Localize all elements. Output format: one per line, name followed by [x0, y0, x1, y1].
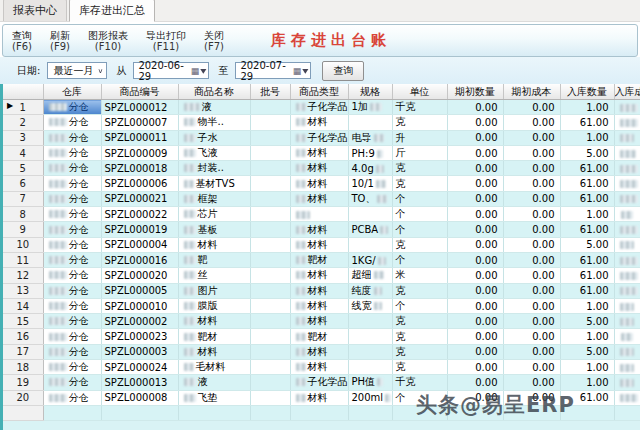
cell-unit[interactable]: 克 [392, 314, 447, 329]
column-header-unit[interactable]: 单位 [392, 84, 447, 100]
cell-rownum[interactable]: 8 [3, 207, 43, 222]
cell-code[interactable]: SPZL000012 [101, 100, 178, 115]
cell-bc[interactable]: 0.00 [503, 375, 560, 390]
cell-bq[interactable]: 0.00 [447, 130, 503, 145]
cell-ic[interactable] [614, 252, 640, 267]
cell-batch[interactable] [250, 268, 290, 283]
cell-batch[interactable] [250, 145, 290, 160]
cell-bq[interactable]: 0.00 [447, 298, 503, 313]
cell-type[interactable]: 材料 [290, 390, 348, 405]
cell-wh[interactable]: 分仓 [43, 130, 101, 145]
close-button[interactable]: 关闭(F7) [195, 30, 233, 52]
cell-code[interactable]: SPZL000018 [101, 161, 178, 176]
cell-unit[interactable]: 个 [392, 191, 447, 206]
cell-iq[interactable]: 1.00 [560, 100, 614, 115]
cell-batch[interactable] [250, 375, 290, 390]
cell-iq[interactable]: 61.00 [560, 268, 614, 283]
cell-name[interactable]: 封装.. [178, 161, 250, 176]
cell-name[interactable]: 基材TVS [178, 176, 250, 191]
cell-code[interactable]: SPZL000004 [101, 237, 178, 252]
cell-iq[interactable]: 61.00 [560, 176, 614, 191]
cell-type[interactable]: 材料 [290, 360, 348, 375]
cell-bc[interactable]: 0.00 [503, 145, 560, 160]
cell-iq[interactable]: 5.00 [560, 237, 614, 252]
cell-empty[interactable] [290, 405, 348, 420]
cell-wh[interactable]: 分仓 [43, 390, 101, 405]
cell-name[interactable]: 芯片 [178, 207, 250, 222]
cell-ic[interactable] [614, 130, 640, 145]
cell-type[interactable]: 材料 [290, 314, 348, 329]
cell-rownum[interactable]: 20 [3, 390, 43, 405]
cell-type[interactable]: 子化学品 [290, 100, 348, 115]
cell-rownum[interactable]: 2 [3, 115, 43, 130]
cell-type[interactable]: 材料 [290, 298, 348, 313]
column-header-iq[interactable]: 入库数量 [560, 84, 614, 100]
cell-empty[interactable] [43, 405, 101, 420]
cell-wh[interactable]: 分仓 [43, 100, 101, 115]
cell-bq[interactable]: 0.00 [447, 161, 503, 176]
cell-type[interactable]: 材料 [290, 161, 348, 176]
cell-empty[interactable] [3, 405, 43, 420]
cell-code[interactable]: SPZL000008 [101, 390, 178, 405]
cell-unit[interactable]: 克 [392, 237, 447, 252]
cell-iq[interactable]: 5.00 [560, 145, 614, 160]
cell-code[interactable]: SPZL000022 [101, 207, 178, 222]
cell-type[interactable]: 靶材 [290, 329, 348, 344]
cell-type[interactable] [290, 207, 348, 222]
cell-type[interactable]: 材料 [290, 268, 348, 283]
cell-ic[interactable] [614, 314, 640, 329]
cell-batch[interactable] [250, 222, 290, 237]
cell-unit[interactable]: 克 [392, 283, 447, 298]
cell-code[interactable]: SPZL000019 [101, 222, 178, 237]
column-header-spec[interactable]: 规格 [348, 84, 392, 100]
cell-iq[interactable]: 5.00 [560, 314, 614, 329]
cell-rownum[interactable]: 9 [3, 222, 43, 237]
cell-bc[interactable]: 0.00 [503, 161, 560, 176]
cell-type[interactable]: 材料 [290, 115, 348, 130]
cell-ic[interactable] [614, 222, 640, 237]
cell-iq[interactable]: 1.00 [560, 130, 614, 145]
cell-bc[interactable]: 0.00 [503, 268, 560, 283]
cell-wh[interactable]: 分仓 [43, 344, 101, 359]
cell-bq[interactable]: 0.00 [447, 360, 503, 375]
cell-bq[interactable]: 0.00 [447, 145, 503, 160]
chevron-down-icon[interactable]: ▼ [302, 67, 308, 74]
cell-rownum[interactable]: 10 [3, 237, 43, 252]
cell-bc[interactable]: 0.00 [503, 314, 560, 329]
cell-iq[interactable]: 1.00 [560, 207, 614, 222]
cell-batch[interactable] [250, 283, 290, 298]
cell-spec[interactable]: 1KG/ [348, 252, 392, 267]
cell-bq[interactable]: 0.00 [447, 268, 503, 283]
cell-code[interactable]: SPZL000010 [101, 298, 178, 313]
cell-bq[interactable]: 0.00 [447, 329, 503, 344]
column-header-rownum[interactable] [3, 84, 43, 100]
cell-unit[interactable]: 克 [392, 360, 447, 375]
cell-name[interactable]: 图片 [178, 283, 250, 298]
cell-batch[interactable] [250, 191, 290, 206]
from-date-input[interactable]: 2020-06-29 ▦ ▼ [133, 62, 209, 79]
cell-name[interactable]: 材料 [178, 344, 250, 359]
cell-bq[interactable]: 0.00 [447, 100, 503, 115]
cell-code[interactable]: SPZL000021 [101, 191, 178, 206]
cell-bc[interactable]: 0.00 [503, 207, 560, 222]
cell-empty[interactable] [560, 405, 614, 420]
date-range-select[interactable]: 最近一月 ∨ [47, 62, 107, 79]
cell-rownum[interactable]: 13 [3, 283, 43, 298]
cell-bc[interactable]: 0.00 [503, 298, 560, 313]
cell-name[interactable]: 靶 [178, 252, 250, 267]
cell-rownum[interactable]: 16 [3, 329, 43, 344]
cell-empty[interactable] [101, 405, 178, 420]
cell-bq[interactable]: 0.00 [447, 283, 503, 298]
cell-code[interactable]: SPZL000016 [101, 252, 178, 267]
cell-bq[interactable]: 0.00 [447, 115, 503, 130]
cell-unit[interactable]: 克 [392, 176, 447, 191]
cell-spec[interactable]: PH值 [348, 375, 392, 390]
cell-bq[interactable]: 0.00 [447, 314, 503, 329]
cell-name[interactable]: 靶材 [178, 329, 250, 344]
cell-name[interactable]: 子水 [178, 130, 250, 145]
cell-unit[interactable]: 米 [392, 268, 447, 283]
cell-unit[interactable]: 斤 [392, 145, 447, 160]
cell-bq[interactable]: 0.00 [447, 207, 503, 222]
cell-wh[interactable]: 分仓 [43, 191, 101, 206]
cell-spec[interactable] [348, 115, 392, 130]
